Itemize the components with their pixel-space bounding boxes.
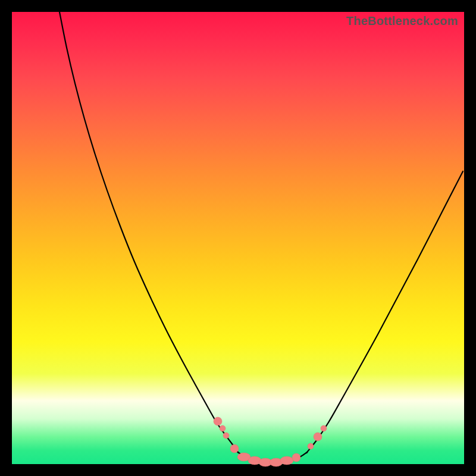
valley-marker [220,425,226,431]
plot-area: TheBottleneck.com [12,12,464,464]
bottleneck-curve [12,12,464,464]
chart-frame: TheBottleneck.com [0,0,476,476]
valley-marker [314,433,322,441]
valley-marker [321,425,327,431]
valley-marker [308,443,314,449]
valley-marker [292,453,300,462]
valley-marker [280,456,293,465]
valley-marker [230,444,239,453]
valley-marker [223,433,229,439]
curve-line [60,12,463,462]
valley-marker [214,417,222,425]
